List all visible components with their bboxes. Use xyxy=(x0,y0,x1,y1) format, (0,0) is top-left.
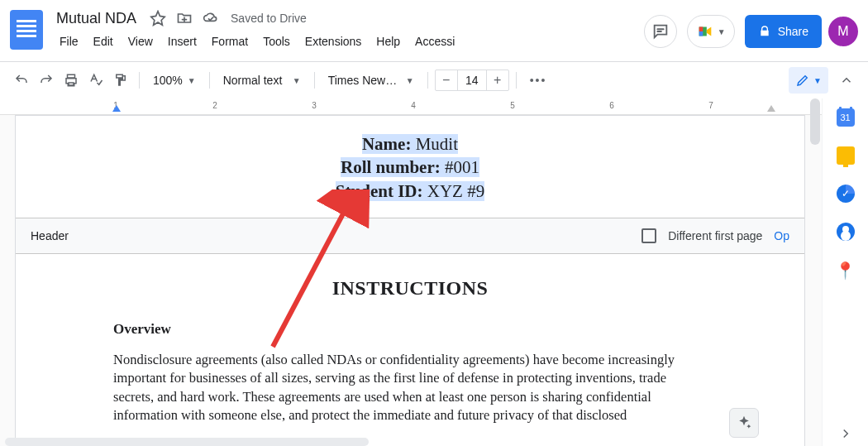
menu-edit[interactable]: Edit xyxy=(87,31,120,51)
document-title[interactable]: Mutual NDA xyxy=(53,8,140,29)
redo-icon[interactable] xyxy=(35,69,58,92)
menu-accessibility[interactable]: Accessi xyxy=(408,31,461,51)
ruler-tick-label: 5 xyxy=(510,101,515,110)
ruler-tick-label: 7 xyxy=(708,101,713,110)
font-size-value[interactable]: 14 xyxy=(457,70,487,90)
tasks-icon[interactable] xyxy=(837,185,855,203)
star-icon[interactable] xyxy=(150,10,166,26)
calendar-icon[interactable]: 31 xyxy=(837,108,855,127)
body-subheading: Overview xyxy=(113,321,707,338)
print-icon[interactable] xyxy=(60,69,83,92)
comments-icon[interactable] xyxy=(644,15,677,48)
vertical-scrollbar[interactable] xyxy=(810,98,820,446)
toolbar: 100%▼ Normal text▼ Times New…▼ − 14 + ••… xyxy=(0,62,868,98)
editor-canvas[interactable]: 1 2 3 4 5 6 7 Name: Mudit Roll number: #… xyxy=(0,98,822,446)
docs-logo-icon[interactable] xyxy=(10,10,43,50)
share-button[interactable]: Share xyxy=(745,15,822,48)
collapse-toolbar-icon[interactable] xyxy=(835,69,858,92)
font-increase-icon[interactable]: + xyxy=(487,73,508,88)
maps-icon[interactable]: 📍 xyxy=(835,261,856,281)
document-body[interactable]: INSTRUCTIONS Overview Nondisclosure agre… xyxy=(16,254,804,424)
more-tools-icon[interactable]: ••• xyxy=(523,74,554,87)
menu-extensions[interactable]: Extensions xyxy=(298,31,368,51)
header-bar-label: Header xyxy=(31,229,69,242)
meet-button[interactable]: ▼ xyxy=(687,15,735,48)
ruler-tick-label: 4 xyxy=(411,101,416,110)
editing-mode-dropdown[interactable]: ▼ xyxy=(789,67,828,94)
pencil-icon xyxy=(795,73,810,88)
move-icon[interactable] xyxy=(176,10,193,26)
account-avatar[interactable]: M xyxy=(828,17,858,46)
explore-button[interactable] xyxy=(729,408,759,438)
body-paragraph: Nondisclosure agreements (also called ND… xyxy=(113,351,707,424)
ruler-tick-label: 3 xyxy=(312,101,317,110)
zoom-dropdown[interactable]: 100%▼ xyxy=(146,69,203,92)
spellcheck-icon[interactable] xyxy=(84,69,107,92)
contacts-icon[interactable] xyxy=(837,223,855,241)
ruler-tick-label: 2 xyxy=(212,101,217,110)
body-heading: INSTRUCTIONS xyxy=(113,277,707,300)
show-side-panel-icon[interactable] xyxy=(838,426,853,441)
lock-icon xyxy=(758,25,771,38)
document-page[interactable]: Name: Mudit Roll number: #001 Student ID… xyxy=(15,115,805,446)
side-panel: 31 📍 xyxy=(822,98,868,446)
menu-format[interactable]: Format xyxy=(205,31,255,51)
ruler-tick-label: 6 xyxy=(609,101,614,110)
font-dropdown[interactable]: Times New…▼ xyxy=(322,69,421,92)
keep-icon[interactable] xyxy=(837,146,855,165)
different-first-page-checkbox[interactable] xyxy=(641,228,656,243)
font-decrease-icon[interactable]: − xyxy=(436,73,457,88)
menu-help[interactable]: Help xyxy=(370,31,407,51)
saved-status: Saved to Drive xyxy=(231,12,307,25)
font-size-control[interactable]: − 14 + xyxy=(435,70,509,91)
horizontal-scrollbar[interactable] xyxy=(5,438,369,446)
horizontal-ruler[interactable]: 1 2 3 4 5 6 7 xyxy=(0,98,822,115)
menu-tools[interactable]: Tools xyxy=(256,31,297,51)
menu-view[interactable]: View xyxy=(122,31,160,51)
menu-insert[interactable]: Insert xyxy=(161,31,203,51)
different-first-page-label: Different first page xyxy=(668,229,762,242)
share-label: Share xyxy=(778,25,808,38)
header-options-link[interactable]: Op xyxy=(774,229,789,242)
undo-icon[interactable] xyxy=(10,69,33,92)
cloud-saved-icon[interactable] xyxy=(203,10,219,26)
menu-file[interactable]: File xyxy=(53,31,85,51)
paint-format-icon[interactable] xyxy=(109,69,132,92)
paragraph-style-dropdown[interactable]: Normal text▼ xyxy=(217,69,308,92)
header-options-bar: Header Different first page Op xyxy=(16,218,804,254)
header-area[interactable]: Name: Mudit Roll number: #001 Student ID… xyxy=(16,116,804,218)
